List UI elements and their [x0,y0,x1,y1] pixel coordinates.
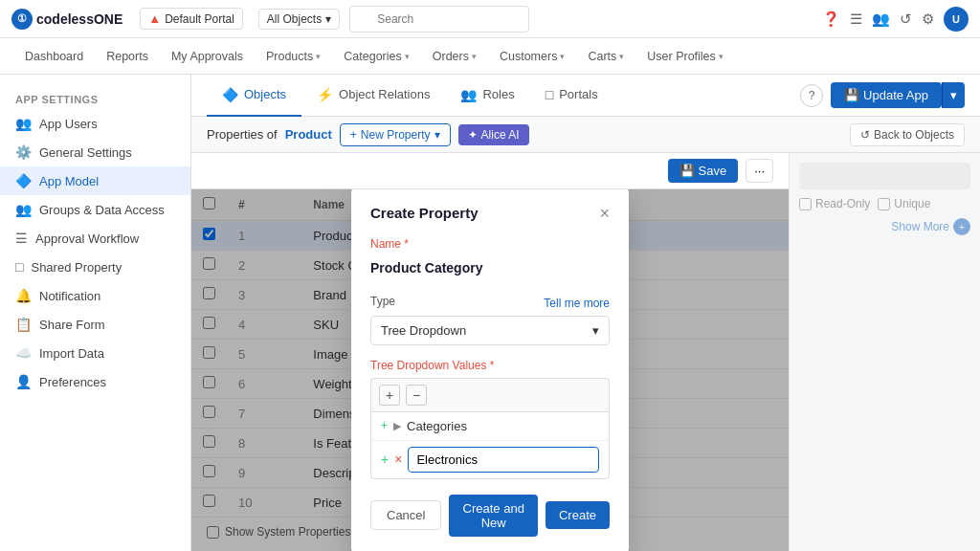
nav-dashboard[interactable]: Dashboard [15,46,93,67]
nav-customers[interactable]: Customers▾ [490,46,574,67]
readonly-label: Read-Only [815,197,870,210]
create-button[interactable]: Create [546,501,610,529]
preferences-icon: 👤 [15,374,32,389]
create-and-new-button[interactable]: Create and New [449,495,538,537]
cancel-button[interactable]: Cancel [370,500,441,530]
notification-icon: 🔔 [15,288,32,303]
tree-item-remove-icon[interactable]: × [394,452,402,467]
sidebar-item-groups[interactable]: 👥 Groups & Data Access [0,195,190,224]
readonly-checkbox[interactable] [799,198,812,210]
model-icon: 🔷 [15,173,32,188]
chevron-down-icon: ▾ [472,52,477,61]
objects-label: All Objects [267,12,322,26]
roles-tab-icon: 👥 [460,87,477,102]
new-property-button[interactable]: + New Property ▾ [340,123,451,146]
tree-expand-add-icon[interactable]: + [381,419,388,432]
sidebar-item-approval-workflow[interactable]: ☰ Approval Workflow [0,224,190,253]
groups-icon: 👥 [15,202,32,217]
sidebar-item-share-form[interactable]: 📋 Share Form [0,310,190,339]
sidebar-item-import-data[interactable]: ☁️ Import Data [0,339,190,367]
nav-products[interactable]: Products▾ [256,46,330,67]
avatar[interactable]: U [944,7,969,32]
tab-label: Portals [559,87,597,101]
settings-icon[interactable]: ⚙ [922,11,934,28]
more-options-button[interactable]: ··· [746,159,773,183]
nav-reports[interactable]: Reports [97,46,158,67]
table-toolbar: 💾 Save ··· [191,153,789,189]
tree-item-input[interactable] [408,447,599,473]
sidebar-item-shared-property[interactable]: □ Shared Property [0,253,190,281]
tree-category-item: + ▶ Categories [371,412,609,441]
update-app-dropdown-button[interactable]: ▾ [942,82,965,108]
top-actions: ❓ ☰ 👥 ↺ ⚙ U [822,7,969,32]
sidebar-item-general-settings[interactable]: ⚙️ General Settings [0,138,190,166]
chevron-down-icon: ▾ [719,52,724,61]
unique-label: Unique [894,197,930,210]
portal-selector[interactable]: ▲ Default Portal [140,8,243,30]
type-select[interactable]: Tree Dropdown ▾ [370,316,610,345]
chevron-down-icon: ▾ [434,128,440,142]
nav-carts[interactable]: Carts▾ [578,46,634,67]
modal-close-button[interactable]: × [599,205,610,222]
right-panel: Read-Only Unique Show More + [789,153,980,551]
tree-remove-button[interactable]: − [406,385,427,406]
save-small-icon: 💾 [844,88,859,102]
required-indicator: * [404,237,409,251]
alice-ai-button[interactable]: ✦ Alice AI [458,124,529,145]
tree-add-button[interactable]: + [379,385,400,406]
show-more-label: Show More [891,220,949,233]
gear-icon: ⚙️ [15,144,32,160]
objects-arrow: ▾ [325,12,331,26]
back-label: Back to Objects [874,128,954,142]
create-property-modal: Create Property × Name * Product Categor… [351,189,629,551]
nav-categories[interactable]: Categories▾ [334,46,418,67]
relations-tab-icon: ⚡ [317,87,333,102]
unique-check[interactable]: Unique [878,197,930,210]
props-object-name: Product [285,127,332,142]
sidebar-item-label: Shared Property [31,260,122,275]
type-field-label: Type [370,295,395,308]
tab-portals[interactable]: □ Portals [530,75,613,117]
sidebar-item-app-users[interactable]: 👥 App Users [0,109,190,138]
search-input[interactable] [349,6,529,33]
properties-table-area: # Name Type 1 Product Name TText 2 Stock… [191,189,789,551]
main-layout: App Settings 👥 App Users ⚙️ General Sett… [0,75,980,551]
new-prop-label: New Property [361,128,431,142]
modal-footer: Cancel Create and New Create [370,495,610,537]
sidebar: App Settings 👥 App Users ⚙️ General Sett… [0,75,191,551]
update-app-button[interactable]: 💾 Update App [831,82,942,108]
name-field-value: Product Category [370,254,610,281]
tab-objects[interactable]: 🔷 Objects [207,75,301,117]
type-select-value: Tree Dropdown [381,323,466,338]
help-button[interactable]: ? [800,84,823,107]
sidebar-item-label: Import Data [39,346,104,361]
tab-object-relations[interactable]: ⚡ Object Relations [301,75,445,117]
objects-dropdown[interactable]: All Objects ▾ [258,9,340,30]
update-app-wrap: 💾 Update App ▾ [831,82,965,108]
menu-icon[interactable]: ☰ [850,11,862,28]
sidebar-item-preferences[interactable]: 👤 Preferences [0,367,190,396]
tell-me-more-link[interactable]: Tell me more [544,297,610,310]
main-content: 🔷 Objects ⚡ Object Relations 👥 Roles □ P… [191,75,980,551]
unique-checkbox[interactable] [878,198,890,210]
back-to-objects-button[interactable]: ↺ Back to Objects [850,123,965,146]
users-icon[interactable]: 👥 [872,11,890,28]
tree-item-add-icon[interactable]: + [381,452,389,467]
sidebar-item-notification[interactable]: 🔔 Notification [0,281,190,310]
nav-approvals[interactable]: My Approvals [162,46,253,67]
sidebar-item-label: Preferences [39,375,106,389]
sidebar-item-label: App Users [39,117,98,131]
save-button[interactable]: 💾 Save [668,159,739,183]
tab-label: Object Relations [339,87,430,101]
object-tabs: 🔷 Objects ⚡ Object Relations 👥 Roles □ P… [191,75,980,117]
history-icon[interactable]: ↺ [900,11,912,28]
sidebar-item-app-model[interactable]: 🔷 App Model [0,166,190,195]
readonly-check[interactable]: Read-Only [799,197,870,210]
show-more-button[interactable]: Show More + [891,218,970,235]
back-icon: ↺ [860,128,870,142]
help-icon[interactable]: ❓ [822,11,840,28]
tab-roles[interactable]: 👥 Roles [445,75,529,117]
sidebar-section-label: App Settings [0,88,190,109]
nav-orders[interactable]: Orders▾ [423,46,486,67]
nav-userprofiles[interactable]: User Profiles▾ [637,46,733,67]
